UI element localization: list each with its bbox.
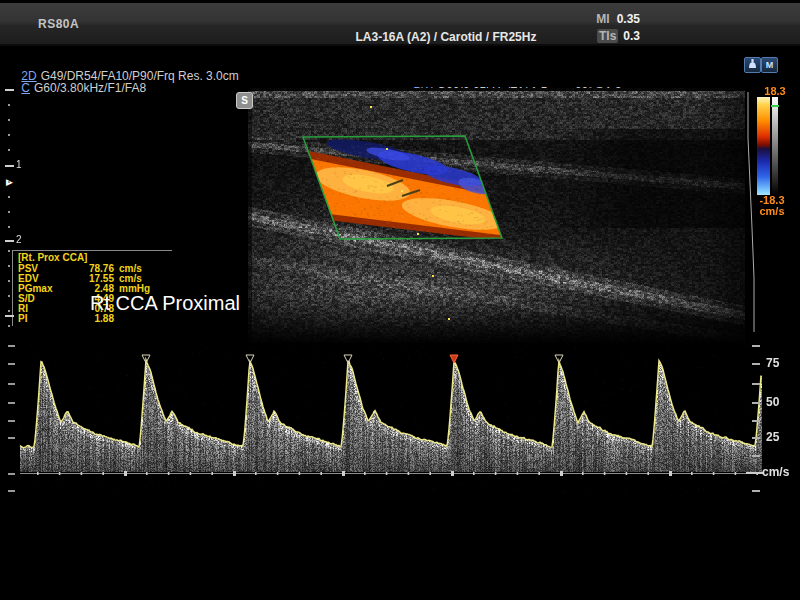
measurement-unit (114, 314, 168, 324)
gain-marker (771, 105, 779, 107)
scale-tick-left (8, 473, 15, 475)
orientation-marker: S (236, 92, 253, 109)
tis-label: TIs (597, 29, 618, 43)
scale-tick-left (8, 420, 15, 422)
scale-tick (752, 420, 760, 422)
ultrasound-screen: RS80A LA3-16A (A2) / Carotid / FR25Hz MI… (0, 0, 800, 600)
tis-value: 0.3 (623, 29, 640, 43)
color-mode-tag[interactable]: C (21, 81, 30, 95)
scale-tick (752, 402, 760, 404)
ruler-major-tick (5, 89, 14, 91)
velocity-scale-label: 25 (766, 430, 779, 444)
scale-tick-left (8, 363, 15, 365)
ruler-dot (8, 295, 10, 297)
ruler-major-tick (5, 165, 14, 167)
ruler-dot (8, 211, 10, 213)
probe-icon[interactable] (744, 57, 761, 73)
mi-readout: MI0.35 (560, 12, 640, 26)
color-doppler-colorbar (757, 97, 770, 195)
measurement-value: 1.88 (68, 314, 114, 324)
tis-readout: TIs0.3 (560, 29, 640, 43)
ruler-label: 2 (16, 234, 22, 245)
scale-tick (752, 363, 760, 365)
colorbar-unit-label: cm/s (750, 205, 794, 217)
scale-tick-left (8, 437, 15, 439)
measurement-title: [Rt. Prox CCA] (18, 253, 168, 263)
spectral-doppler-trace[interactable] (18, 343, 762, 495)
ruler-major-tick (5, 240, 14, 242)
scale-tick-left (8, 490, 15, 492)
ruler-dot (8, 280, 10, 282)
colorbar-max-label: 18.3 (753, 85, 797, 97)
measurement-label: PI (18, 314, 68, 324)
measurement-row: PI1.88 (18, 314, 168, 324)
ruler-dot (8, 149, 10, 151)
scale-tick-left (8, 345, 15, 347)
velocity-scale-label: 75 (766, 356, 779, 370)
system-name: RS80A (38, 17, 79, 31)
scale-tick (752, 455, 760, 457)
ruler-dot (8, 134, 10, 136)
ruler-dot (8, 265, 10, 267)
m-icon-glyph: M (766, 60, 774, 70)
mi-value: 0.35 (617, 12, 640, 26)
ruler-label: 1 (16, 159, 22, 170)
ruler-dot (8, 104, 10, 106)
title-bar: RS80A LA3-16A (A2) / Carotid / FR25Hz MI… (0, 3, 800, 46)
grayscale-bar (772, 97, 778, 195)
ruler-dot (8, 119, 10, 121)
color-params: CG60/3.80kHz/F1/FA8 (8, 67, 146, 109)
scale-tick-left (8, 383, 15, 385)
color-values: G60/3.80kHz/F1/FA8 (34, 81, 146, 95)
m-mode-icon[interactable]: M (761, 57, 778, 73)
ruler-dot (8, 325, 10, 327)
scale-tick-left (8, 402, 15, 404)
velocity-unit-label: cm/s (762, 465, 789, 479)
velocity-scale-label: 50 (766, 395, 779, 409)
scale-tick (752, 383, 760, 385)
scale-tick (752, 437, 760, 439)
scale-tick (752, 345, 760, 347)
ruler-dot (8, 310, 10, 312)
ruler-major-tick (5, 315, 14, 317)
bmode-image[interactable] (248, 88, 745, 345)
mi-label: MI (594, 12, 611, 26)
probe-preset-label[interactable]: LA3-16A (A2) / Carotid / FR25Hz (286, 30, 606, 44)
ruler-dot (8, 196, 10, 198)
ruler-dot (8, 226, 10, 228)
ruler-dot (8, 250, 10, 252)
annotation-text[interactable]: Rt CCA Proximal (90, 292, 240, 315)
scale-tick (752, 490, 760, 492)
ruler-dot (8, 181, 10, 183)
